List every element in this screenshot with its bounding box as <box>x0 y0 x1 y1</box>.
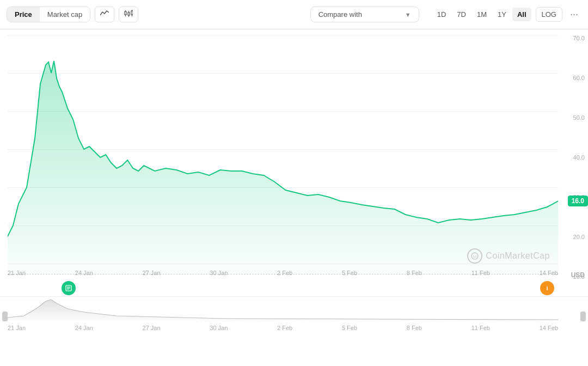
bottom-x-axis: 21 Jan 24 Jan 27 Jan 30 Jan 2 Feb 5 Feb … <box>8 325 558 331</box>
time-1y[interactable]: 1Y <box>493 8 511 21</box>
current-price-badge: 16.0 <box>568 196 588 206</box>
bottom-x-label-24jan: 24 Jan <box>75 325 93 331</box>
x-label-5feb: 5 Feb <box>342 270 357 276</box>
line-chart-icon <box>100 10 109 17</box>
svg-rect-6 <box>131 11 133 15</box>
line-chart-button[interactable] <box>95 7 114 22</box>
time-all[interactable]: All <box>512 8 531 21</box>
candle-chart-button[interactable] <box>119 7 138 22</box>
chart-area: 7.0886 70.0 60.0 50.0 40.0 30.0 20.0 10.… <box>0 29 588 296</box>
compare-label: Compare with <box>318 10 362 19</box>
x-label-11feb: 11 Feb <box>471 270 490 276</box>
event-icon-green[interactable] <box>62 281 76 295</box>
bottom-x-label-14feb: 14 Feb <box>540 325 558 331</box>
time-7d[interactable]: 7D <box>452 8 471 21</box>
bottom-x-label-11feb: 11 Feb <box>471 325 490 331</box>
y-label-70: 70.0 <box>558 35 585 41</box>
y-axis: 70.0 60.0 50.0 40.0 30.0 20.0 10.0 <box>558 29 588 296</box>
time-1d[interactable]: 1D <box>432 8 451 21</box>
x-label-27jan: 27 Jan <box>143 270 161 276</box>
x-label-14feb: 14 Feb <box>540 270 558 276</box>
price-button[interactable]: Price <box>7 7 40 22</box>
x-axis: 21 Jan 24 Jan 27 Jan 30 Jan 2 Feb 5 Feb … <box>8 265 558 281</box>
compare-dropdown[interactable]: Compare with ▼ <box>310 7 419 22</box>
bottom-x-label-21jan: 21 Jan <box>8 325 26 331</box>
y-label-60: 60.0 <box>558 75 585 81</box>
currency-label: USD <box>571 271 585 279</box>
cmc-logo: M <box>467 248 482 264</box>
price-fill <box>8 61 558 274</box>
mini-chart-svg <box>8 297 558 321</box>
scroll-handle-left[interactable] <box>2 312 8 321</box>
price-chart-svg <box>8 29 558 280</box>
bottom-x-label-5feb: 5 Feb <box>342 325 357 331</box>
x-label-24jan: 24 Jan <box>75 270 93 276</box>
y-label-50: 50.0 <box>558 114 585 121</box>
svg-rect-3 <box>128 13 130 15</box>
price-marketcap-toggle: Price Market cap <box>7 7 90 22</box>
more-button[interactable]: ··· <box>567 8 581 21</box>
log-button[interactable]: LOG <box>536 7 562 22</box>
y-label-20: 20.0 <box>558 234 585 240</box>
mini-chart-fill <box>8 300 558 321</box>
toolbar: Price Market cap Compare with ▼ 1D 7D 1M… <box>0 0 588 29</box>
watermark: M CoinMarketCap <box>467 248 550 264</box>
scroll-handle-right[interactable] <box>580 312 586 321</box>
bottom-x-label-27jan: 27 Jan <box>143 325 161 331</box>
marketcap-button[interactable]: Market cap <box>40 7 90 22</box>
x-label-2feb: 2 Feb <box>277 270 292 276</box>
chevron-down-icon: ▼ <box>405 11 411 18</box>
bottom-x-label-2feb: 2 Feb <box>277 325 292 331</box>
y-label-40: 40.0 <box>558 154 585 161</box>
event-icon-orange[interactable]: i <box>540 281 554 295</box>
candle-chart-icon <box>124 10 133 17</box>
x-label-21jan: 21 Jan <box>8 270 26 276</box>
bottom-x-label-8feb: 8 Feb <box>407 325 422 331</box>
time-range-selector: 1D 7D 1M 1Y All <box>432 8 531 21</box>
bottom-x-label-30jan: 30 Jan <box>210 325 228 331</box>
time-1m[interactable]: 1M <box>472 8 492 21</box>
svg-rect-0 <box>125 11 126 15</box>
x-label-30jan: 30 Jan <box>210 270 228 276</box>
watermark-text: CoinMarketCap <box>486 251 550 261</box>
svg-text:i: i <box>546 285 548 291</box>
volume-area: 21 Jan 24 Jan 27 Jan 30 Jan 2 Feb 5 Feb … <box>0 296 588 333</box>
svg-text:M: M <box>473 254 477 259</box>
x-label-8feb: 8 Feb <box>407 270 422 276</box>
